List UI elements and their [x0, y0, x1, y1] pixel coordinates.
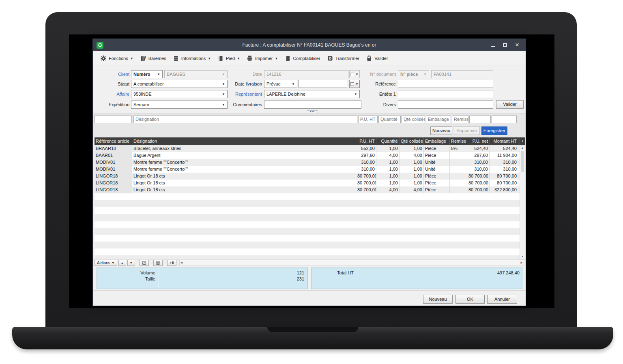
horizontal-scrollbar[interactable]: ◀ ▶: [179, 260, 524, 266]
vertical-scrollbar[interactable]: ▲ ▼: [520, 145, 525, 259]
reference-field[interactable]: [398, 80, 493, 88]
entete1-field[interactable]: [398, 90, 493, 98]
table-cell: 552,00: [356, 145, 376, 152]
toolbar-pied[interactable]: Pied ▼: [214, 53, 243, 64]
representant-dropdown[interactable]: LAPERLE Delphine▼: [264, 90, 360, 98]
minimize-button[interactable]: [490, 42, 496, 48]
chevron-down-icon: ▼: [222, 92, 225, 96]
table-row[interactable]: MODIV01Montre femme ""Concerto""310,001,…: [95, 166, 520, 173]
window-titlebar: Facture : A comptabiliser N° FA00141 BAG…: [93, 39, 526, 51]
toolbar-imprimer[interactable]: Imprimer ▼: [243, 53, 281, 64]
annuler-button[interactable]: Annuler: [487, 295, 517, 304]
date-livraison-mode-dropdown[interactable]: Prévue▼: [264, 80, 297, 88]
column-header[interactable]: Remise: [450, 137, 467, 145]
entry-emballage-input[interactable]: Emballage: [426, 116, 451, 123]
nouveau-button[interactable]: Nouveau: [423, 295, 453, 304]
scroll-up-icon[interactable]: ▲: [520, 146, 525, 149]
entry-qte-colisee-input[interactable]: Qté colisée: [402, 116, 425, 123]
client-number-combo[interactable]: BAGUES▼: [164, 70, 228, 78]
column-header[interactable]: Référence article: [95, 137, 132, 145]
entry-montant-input[interactable]: [492, 116, 517, 123]
toolbar-label: Comptabiliser: [293, 56, 320, 61]
column-header[interactable]: Quantité: [376, 137, 400, 145]
affaire-dropdown[interactable]: 953INDE▼: [131, 90, 228, 98]
table-row[interactable]: MODIV01Montre femme ""Concerto""310,001,…: [95, 159, 520, 166]
num-document-field[interactable]: FA00141: [431, 70, 493, 78]
toolbar-valider[interactable]: Valider: [363, 53, 391, 64]
ok-button[interactable]: OK: [455, 295, 485, 304]
table-cell: 4,00: [400, 186, 424, 193]
table-cell: 80 700,00: [356, 186, 376, 193]
add-document-icon: [170, 261, 174, 265]
divers-field[interactable]: [398, 101, 493, 109]
toolbar-transformer[interactable]: Transformer: [324, 53, 363, 64]
table-row-empty: [95, 228, 520, 235]
calendar-icon: [350, 82, 354, 86]
add-document-button[interactable]: [167, 260, 176, 266]
column-header[interactable]: P.U. net: [467, 137, 490, 145]
nouveau-line-button[interactable]: Nouveau: [430, 126, 452, 135]
table-row[interactable]: LINGOR18Lingot Or 18 cts80 700,004,004,0…: [95, 186, 520, 193]
move-down-button[interactable]: ▼: [127, 260, 135, 266]
close-button[interactable]: ×: [514, 42, 520, 48]
table-row[interactable]: LINGOR18Lingot Or 18 cts80 700,001,001,0…: [95, 173, 520, 180]
column-header[interactable]: Qté colisée: [400, 137, 424, 145]
table-cell: 80 700,00: [467, 186, 490, 193]
table-row[interactable]: LINGOR18Lingot Or 18 cts80 700,001,001,0…: [95, 180, 520, 186]
entry-pu-ht-input[interactable]: P.U. HT: [358, 116, 378, 123]
date-livraison-field[interactable]: [299, 80, 347, 88]
column-header[interactable]: Emballage: [424, 137, 450, 145]
splitter-handle[interactable]: •••: [307, 110, 318, 113]
column-header[interactable]: Désignation: [132, 137, 356, 145]
transform-icon: [327, 55, 333, 62]
table-cell: 4,00: [376, 186, 400, 193]
toolbar-fonctions[interactable]: Fonctions ▼: [97, 53, 137, 64]
scrollbar-thumb[interactable]: [521, 151, 524, 172]
entry-designation-input[interactable]: Désignation: [133, 116, 357, 123]
scroll-right-icon[interactable]: ▶: [521, 261, 523, 264]
volume-taille-panel: Volume Taille 121 231: [97, 268, 308, 289]
table-row-empty: [95, 248, 520, 255]
move-up-button[interactable]: ▲: [118, 260, 126, 266]
expedition-dropdown[interactable]: Sernam▼: [131, 101, 228, 109]
page-background: Facture : A comptabiliser N° FA00141 BAG…: [0, 0, 623, 364]
toolbar-informations[interactable]: Informations ▼: [170, 53, 214, 64]
table-cell: 1,00: [376, 180, 400, 186]
toolbar-baremes[interactable]: Barèmes: [137, 53, 170, 64]
total-ht-panel: Total HT 497 248,40: [311, 268, 523, 289]
enregistrer-line-button[interactable]: Enregistrer: [481, 126, 507, 135]
column-header[interactable]: P.U. HT: [356, 137, 376, 145]
column-chooser-button[interactable]: ›: [520, 137, 525, 145]
date-field[interactable]: 141216: [264, 70, 348, 78]
table-row-empty: [95, 235, 520, 242]
scroll-down-icon[interactable]: ▼: [520, 255, 525, 258]
supprimer-line-button[interactable]: Supprimer: [454, 126, 480, 135]
table-row[interactable]: BRAAR10Bracelet, anneaux striés552,001,0…: [95, 145, 520, 152]
maximize-button[interactable]: [502, 42, 508, 48]
scroll-left-icon[interactable]: ◀: [180, 261, 183, 264]
table-row[interactable]: BAAR01Bague Argent297,604,004,00Pièce297…: [95, 152, 520, 159]
line-entry-panel: Désignation P.U. HT Quantité Qté colisée…: [93, 113, 526, 137]
chevron-down-icon: ▼: [292, 82, 295, 86]
commentaires-field[interactable]: [264, 101, 361, 109]
table-cell: 80 700,00: [467, 180, 490, 186]
calendar-icon: [350, 73, 354, 76]
table-cell: [450, 180, 467, 186]
column-header[interactable]: Montant HT: [490, 137, 518, 145]
entry-quantite-input[interactable]: Quantité: [378, 116, 401, 123]
statut-dropdown[interactable]: A comptabiliser▼: [131, 80, 228, 88]
entry-reference-input[interactable]: [95, 116, 132, 123]
actions-menu-button[interactable]: Actions▼: [95, 260, 117, 266]
chevron-down-icon: ▼: [130, 57, 133, 60]
laptop-base: [12, 327, 613, 349]
table-cell: 310,00: [467, 159, 490, 166]
lock-icon: [366, 55, 372, 62]
entry-pu-net-input[interactable]: [469, 116, 491, 123]
entry-remise-input[interactable]: Remise: [452, 116, 468, 123]
select-lines-button[interactable]: [140, 260, 149, 266]
valider-header-button[interactable]: Valider: [496, 100, 524, 109]
client-mode-dropdown[interactable]: Numéro▼: [131, 70, 163, 78]
num-document-mode-dropdown[interactable]: N° pièce▼: [398, 70, 429, 78]
grid-settings-button[interactable]: [153, 260, 163, 266]
toolbar-comptabiliser[interactable]: Comptabiliser: [281, 53, 323, 64]
